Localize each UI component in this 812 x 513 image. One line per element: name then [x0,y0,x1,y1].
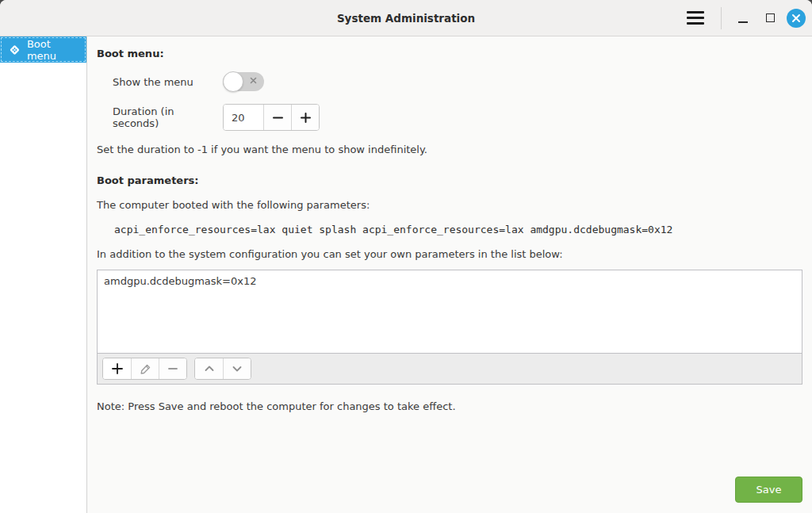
duration-decrement-button[interactable] [263,105,291,130]
chevron-down-icon [231,362,243,375]
duration-spinbutton [223,104,320,131]
boot-parameters-heading: Boot parameters: [97,174,802,186]
chevron-up-icon [203,362,216,375]
minimize-button[interactable] [733,8,753,29]
close-button[interactable] [787,9,806,28]
close-icon [791,13,801,23]
pencil-icon [140,363,151,375]
show-menu-toggle[interactable] [223,72,264,91]
booted-with-parameters: acpi_enforce_resources=lax quiet splash … [97,224,802,235]
menu-icon[interactable] [681,6,710,31]
app-body: Boot menu Boot menu: Show the menu Durat… [0,36,812,513]
toggle-off-x-icon [250,77,257,84]
duration-hint: Set the duration to -1 if you want the m… [97,144,802,155]
sidebar-item-label: Boot menu [27,38,80,62]
sidebar: Boot menu [0,36,87,513]
titlebar: System Administration [0,0,812,36]
show-menu-row: Show the menu [97,72,802,91]
duration-input[interactable] [224,105,263,130]
save-button[interactable]: Save [735,477,802,503]
duration-row: Duration (in seconds) [97,104,802,131]
parameter-list[interactable]: amdgpu.dcdebugmask=0x12 [97,270,802,353]
titlebar-controls [681,6,812,31]
save-note: Note: Press Save and reboot the computer… [97,400,802,412]
add-parameter-button[interactable] [103,358,131,379]
duration-label: Duration (in seconds) [113,105,223,129]
parameter-list-toolbar [97,353,802,385]
system-administration-window: System Administration [0,0,812,513]
minus-icon [272,112,284,124]
edit-button-group [102,358,187,380]
remove-parameter-button[interactable] [159,358,186,379]
minus-icon [167,362,179,375]
edit-parameter-button[interactable] [131,358,159,379]
minimize-icon [738,21,748,23]
list-item[interactable]: amdgpu.dcdebugmask=0x12 [98,270,802,291]
move-button-group [194,358,251,380]
plus-icon [300,112,312,124]
maximize-icon [766,13,775,22]
move-down-button[interactable] [223,358,251,379]
custom-parameters-label: In addition to the system configuration … [97,248,802,260]
move-up-button[interactable] [195,358,223,379]
boot-menu-heading: Boot menu: [97,48,802,59]
duration-increment-button[interactable] [291,105,319,130]
maximize-button[interactable] [760,8,780,29]
toggle-knob [223,71,243,92]
boot-diamond-icon [8,43,21,57]
sidebar-item-boot-menu[interactable]: Boot menu [0,36,86,63]
main-content: Boot menu: Show the menu Duration (in se… [87,36,812,513]
show-menu-label: Show the menu [113,76,223,88]
booted-with-label: The computer booted with the following p… [97,199,802,211]
titlebar-separator [721,7,722,29]
plus-icon [111,362,124,375]
